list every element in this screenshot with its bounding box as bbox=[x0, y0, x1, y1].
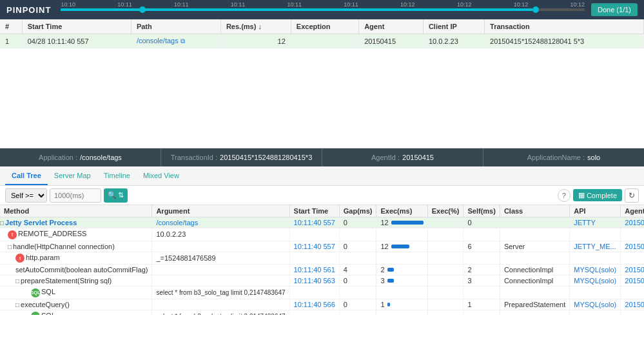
cell-self bbox=[463, 228, 500, 241]
cell-exec-pct bbox=[427, 252, 463, 265]
cell-start-time: 10:11:40 566 bbox=[289, 299, 339, 310]
cell-gap: 0 bbox=[339, 217, 376, 228]
cell-api: MYSQL(solo) bbox=[570, 276, 621, 286]
cell-path: /console/tags ⧉ bbox=[131, 34, 220, 48]
exec-bar bbox=[387, 268, 394, 272]
cell-exec-pct bbox=[427, 241, 463, 252]
tab-bar: Call Tree Server Map Timeline Mixed View bbox=[0, 166, 644, 186]
cell-start-time bbox=[289, 228, 339, 241]
app-value: /console/tags bbox=[80, 154, 122, 161]
help-button[interactable]: ? bbox=[558, 189, 571, 202]
refresh-button[interactable]: ↻ bbox=[625, 188, 639, 203]
call-tree-scroll[interactable]: Method Argument Start Time Gap(ms) Exec(… bbox=[0, 205, 644, 315]
cell-api: JETTY_ME... bbox=[570, 241, 621, 252]
timeline-progress bbox=[61, 8, 532, 11]
exec-bar bbox=[391, 245, 409, 248]
cell-api: MYSQL(solo) bbox=[570, 265, 621, 276]
grid-icon: ▦ bbox=[578, 191, 585, 199]
sql-icon: SQL bbox=[31, 312, 40, 315]
col-client-ip: Client IP bbox=[423, 19, 484, 34]
expand-icon[interactable]: □ bbox=[15, 277, 19, 285]
cell-api bbox=[570, 286, 621, 299]
tick-1: 10:11 bbox=[117, 1, 132, 8]
path-link[interactable]: /console/tags bbox=[137, 37, 179, 45]
col-start-time: Start Time bbox=[289, 205, 339, 217]
exec-bar bbox=[391, 221, 424, 225]
cell-start-time: 10:11:40 561 bbox=[289, 265, 339, 276]
tab-server-map[interactable]: Server Map bbox=[48, 166, 97, 185]
cell-api bbox=[570, 252, 621, 265]
call-tree-row[interactable]: □prepareStatement(String sql) 10:11:40 5… bbox=[0, 276, 644, 286]
exec-bar bbox=[387, 279, 394, 283]
col-api: API bbox=[570, 205, 621, 217]
tab-timeline[interactable]: Timeline bbox=[97, 166, 137, 185]
expand-icon[interactable]: □ bbox=[0, 219, 4, 226]
call-tree-row[interactable]: □executeQuery() 10:11:40 566 0 1 1 Prepa… bbox=[0, 299, 644, 310]
cell-class bbox=[500, 286, 569, 299]
cell-exec-ms: 2 bbox=[376, 265, 427, 276]
cell-self: 1 bbox=[463, 299, 500, 310]
cell-res: 12 bbox=[220, 34, 291, 48]
info-agent: AgentId : 20150415 bbox=[322, 148, 483, 166]
complete-button[interactable]: ▦ Complete bbox=[573, 189, 622, 201]
call-tree-row[interactable]: setAutoCommit(boolean autoCommitFlag) 10… bbox=[0, 265, 644, 276]
cell-method: !http.param bbox=[0, 252, 152, 265]
cell-self bbox=[463, 252, 500, 265]
cell-exec-ms: 1 bbox=[376, 299, 427, 310]
appname-value: solo bbox=[587, 154, 600, 161]
filter-input[interactable] bbox=[50, 188, 101, 203]
call-tree-row[interactable]: □Jetty Servlet Process /console/tags 10:… bbox=[0, 217, 644, 228]
tab-call-tree[interactable]: Call Tree bbox=[5, 166, 48, 185]
call-tree-row[interactable]: SQLSQL select * from b3_solo_tag limit 0… bbox=[0, 286, 644, 299]
cell-argument: /console/tags bbox=[152, 217, 289, 228]
tab-mixed-view[interactable]: Mixed View bbox=[137, 166, 186, 185]
main-table: # Start Time Path Res.(ms) ↓ Exception A… bbox=[0, 19, 644, 48]
call-tree-row[interactable]: !REMOTE_ADDRESS 10.0.2.23 bbox=[0, 228, 644, 241]
agent-value: 20150415 bbox=[402, 154, 434, 161]
cell-self bbox=[463, 310, 500, 315]
cell-gap: 0 bbox=[339, 299, 376, 310]
cell-start-time: 04/28 10:11:40 557 bbox=[22, 34, 131, 48]
cell-class bbox=[500, 228, 569, 241]
expand-icon[interactable]: □ bbox=[15, 301, 19, 308]
main-table-area: # Start Time Path Res.(ms) ↓ Exception A… bbox=[0, 19, 644, 148]
tick-7: 10:12 bbox=[457, 1, 472, 8]
cell-argument bbox=[152, 265, 289, 276]
appname-label: ApplicationName : bbox=[527, 154, 585, 161]
cell-start-time bbox=[289, 286, 339, 299]
exec-bar bbox=[387, 303, 390, 306]
col-start-time: Start Time bbox=[22, 19, 131, 34]
cell-agent: 20150415 bbox=[621, 217, 644, 228]
tick-3: 10:11 bbox=[231, 1, 246, 8]
cell-start-time bbox=[289, 310, 339, 315]
done-button[interactable]: Done (1/1) bbox=[591, 3, 638, 16]
info-icon: ! bbox=[15, 254, 24, 263]
cell-exec-ms: 3 bbox=[376, 276, 427, 286]
cell-exec-ms: 12 bbox=[376, 241, 427, 252]
bottom-panel: Call Tree Server Map Timeline Mixed View… bbox=[0, 166, 644, 315]
timeline-handle-right[interactable] bbox=[532, 6, 539, 13]
call-tree-row[interactable]: □handle(HttpChannel connection) 10:11:40… bbox=[0, 241, 644, 252]
cell-agent: 20150415 bbox=[621, 241, 644, 252]
cell-method: SQLSQL bbox=[0, 286, 152, 299]
cell-exec-pct bbox=[427, 265, 463, 276]
call-tree-row[interactable]: SQLSQL select * from b3_solo_tag limit 0… bbox=[0, 310, 644, 315]
cell-api bbox=[570, 310, 621, 315]
filter-search-button[interactable]: 🔍 ⇅ bbox=[104, 188, 128, 203]
col-path: Path bbox=[131, 19, 220, 34]
table-row[interactable]: 1 04/28 10:11:40 557 /console/tags ⧉ 12 … bbox=[0, 34, 644, 48]
col-argument: Argument bbox=[152, 205, 289, 217]
call-tree-row[interactable]: !http.param _=1524881476589 bbox=[0, 252, 644, 265]
cell-api bbox=[570, 228, 621, 241]
expand-icon[interactable]: □ bbox=[8, 243, 12, 250]
sql-icon: SQL bbox=[31, 288, 40, 297]
cell-start-time: 10:11:40 557 bbox=[289, 217, 339, 228]
txn-value: 20150415*1524881280415*3 bbox=[220, 154, 312, 161]
cell-method: SQLSQL bbox=[0, 310, 152, 315]
filter-select[interactable]: Self >= bbox=[5, 188, 47, 203]
cell-gap bbox=[339, 310, 376, 315]
timeline-handle-left[interactable] bbox=[139, 6, 146, 13]
copy-icon[interactable]: ⧉ bbox=[181, 37, 185, 45]
info-icon: ! bbox=[8, 230, 17, 239]
cell-start-time bbox=[289, 252, 339, 265]
